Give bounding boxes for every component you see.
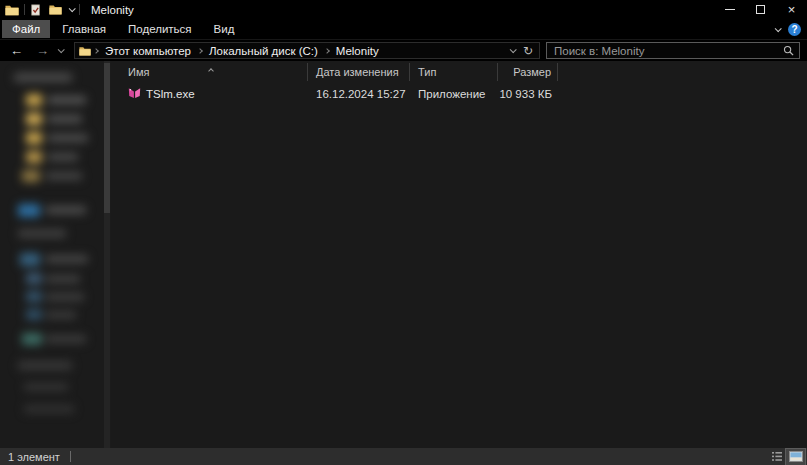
navigation-pane-blurred-content xyxy=(0,61,111,448)
statusbar-divider xyxy=(70,451,71,462)
item-count-label: 1 элемент xyxy=(8,451,60,463)
breadcrumb-this-pc[interactable]: Этот компьютер xyxy=(101,45,195,57)
view-toggle-buttons xyxy=(767,448,805,465)
thumbnails-view-icon xyxy=(789,451,803,462)
breadcrumb-melonity[interactable]: Melonity xyxy=(332,45,383,57)
details-view-icon xyxy=(771,451,783,462)
chevron-right-icon xyxy=(198,49,202,53)
file-row-tslm-exe[interactable]: TSlm.exe 16.12.2024 15:27 Приложение 10 … xyxy=(111,85,557,102)
titlebar: Melonity × xyxy=(0,0,807,19)
ribbon-tabbar: Файл Главная Поделиться Вид ? xyxy=(0,19,807,40)
column-header-type[interactable]: Тип xyxy=(409,61,497,83)
tab-view[interactable]: Вид xyxy=(204,20,245,38)
maximize-icon xyxy=(756,5,765,14)
column-headers: Имя Дата изменения Тип Размер xyxy=(111,61,807,83)
folder-app-icon xyxy=(5,4,19,16)
minimize-button[interactable] xyxy=(714,0,745,19)
refresh-button[interactable]: ↻ xyxy=(523,44,533,58)
new-folder-button[interactable] xyxy=(49,4,62,15)
close-button[interactable]: × xyxy=(776,0,807,19)
file-type: Приложение xyxy=(409,85,497,102)
search-box xyxy=(546,42,800,59)
quick-access-toolbar xyxy=(30,4,74,16)
address-bar[interactable]: Этот компьютер Локальный диск (C:) Melon… xyxy=(74,42,540,59)
thumbnails-view-button[interactable] xyxy=(786,449,805,465)
chevron-down-icon xyxy=(775,25,782,32)
address-row: ← → ↑ Этот компьютер Локальный диск (C:)… xyxy=(0,40,807,61)
navigation-pane[interactable] xyxy=(0,61,111,448)
titlebar-separator xyxy=(24,4,25,15)
minimize-icon xyxy=(725,9,735,10)
back-button[interactable]: ← xyxy=(10,44,23,57)
properties-button[interactable] xyxy=(30,4,42,16)
search-icon[interactable] xyxy=(783,45,794,56)
tab-share[interactable]: Поделиться xyxy=(118,20,202,38)
column-header-date-modified[interactable]: Дата изменения xyxy=(307,61,409,83)
close-icon: × xyxy=(788,3,796,16)
tab-file[interactable]: Файл xyxy=(2,20,50,38)
chevron-right-icon xyxy=(94,49,98,53)
chevron-down-icon xyxy=(58,46,65,53)
folder-icon xyxy=(79,46,91,56)
customize-toolbar-chevron[interactable] xyxy=(69,7,74,12)
file-date-modified: 16.12.2024 15:27 xyxy=(307,85,409,102)
explorer-window: Melonity × Файл Главная Поделиться Вид ?… xyxy=(0,0,807,465)
titlebar-separator xyxy=(79,4,80,15)
address-dropdown-chevron[interactable] xyxy=(510,48,515,53)
maximize-button[interactable] xyxy=(745,0,776,19)
chevron-right-icon xyxy=(325,49,329,53)
column-header-size[interactable]: Размер xyxy=(497,61,557,83)
melonity-app-file-icon xyxy=(128,87,141,100)
navigation-buttons: ← → ↑ xyxy=(0,40,80,61)
forward-button[interactable]: → xyxy=(36,44,49,57)
file-name: TSlm.exe xyxy=(146,88,195,100)
help-button[interactable]: ? xyxy=(788,23,801,36)
tab-home[interactable]: Главная xyxy=(52,20,116,38)
chevron-down-icon xyxy=(69,5,76,12)
details-view-button[interactable] xyxy=(767,449,786,465)
search-input[interactable] xyxy=(547,45,783,57)
file-size: 10 933 КБ xyxy=(497,85,557,102)
window-controls: × xyxy=(714,0,807,19)
recent-locations-chevron[interactable] xyxy=(58,48,63,53)
collapse-ribbon-button[interactable] xyxy=(775,27,780,32)
breadcrumb-local-disk-c[interactable]: Локальный диск (C:) xyxy=(205,45,322,57)
chevron-down-icon xyxy=(510,46,517,53)
main-area: Имя Дата изменения Тип Размер xyxy=(0,61,807,448)
status-bar: 1 элемент xyxy=(0,448,807,465)
column-resize-handle[interactable] xyxy=(557,63,558,81)
sort-ascending-icon xyxy=(209,63,213,75)
window-title: Melonity xyxy=(91,4,134,16)
sidebar-scrollbar[interactable] xyxy=(104,61,110,448)
file-list-pane: Имя Дата изменения Тип Размер xyxy=(111,61,807,448)
sidebar-scrollbar-thumb[interactable] xyxy=(104,63,110,213)
